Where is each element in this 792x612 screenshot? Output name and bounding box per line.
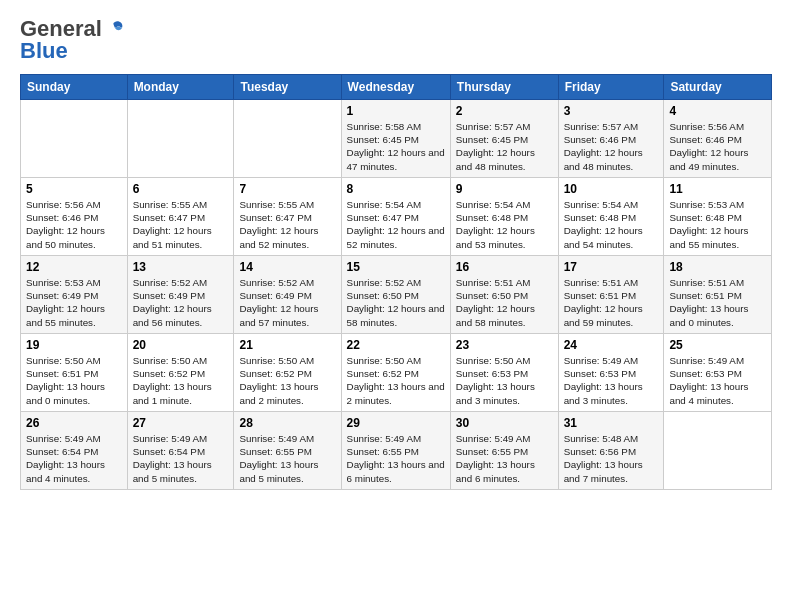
calendar-cell: 3Sunrise: 5:57 AM Sunset: 6:46 PM Daylig… — [558, 100, 664, 178]
day-number: 14 — [239, 260, 335, 274]
day-info: Sunrise: 5:49 AM Sunset: 6:55 PM Dayligh… — [239, 432, 335, 485]
calendar-header-friday: Friday — [558, 75, 664, 100]
day-number: 9 — [456, 182, 553, 196]
day-number: 19 — [26, 338, 122, 352]
header: General Blue — [20, 16, 772, 64]
calendar-header-thursday: Thursday — [450, 75, 558, 100]
day-info: Sunrise: 5:50 AM Sunset: 6:51 PM Dayligh… — [26, 354, 122, 407]
calendar-week-row: 12Sunrise: 5:53 AM Sunset: 6:49 PM Dayli… — [21, 256, 772, 334]
calendar-header-monday: Monday — [127, 75, 234, 100]
day-info: Sunrise: 5:55 AM Sunset: 6:47 PM Dayligh… — [239, 198, 335, 251]
calendar-week-row: 5Sunrise: 5:56 AM Sunset: 6:46 PM Daylig… — [21, 178, 772, 256]
day-number: 29 — [347, 416, 445, 430]
calendar-table: SundayMondayTuesdayWednesdayThursdayFrid… — [20, 74, 772, 490]
page: General Blue SundayMondayTuesdayWednesda… — [0, 0, 792, 612]
calendar-cell: 2Sunrise: 5:57 AM Sunset: 6:45 PM Daylig… — [450, 100, 558, 178]
calendar-header-row: SundayMondayTuesdayWednesdayThursdayFrid… — [21, 75, 772, 100]
day-info: Sunrise: 5:57 AM Sunset: 6:46 PM Dayligh… — [564, 120, 659, 173]
day-info: Sunrise: 5:50 AM Sunset: 6:53 PM Dayligh… — [456, 354, 553, 407]
day-number: 28 — [239, 416, 335, 430]
calendar-cell: 27Sunrise: 5:49 AM Sunset: 6:54 PM Dayli… — [127, 412, 234, 490]
calendar-cell: 21Sunrise: 5:50 AM Sunset: 6:52 PM Dayli… — [234, 334, 341, 412]
day-number: 2 — [456, 104, 553, 118]
calendar-cell: 1Sunrise: 5:58 AM Sunset: 6:45 PM Daylig… — [341, 100, 450, 178]
day-info: Sunrise: 5:50 AM Sunset: 6:52 PM Dayligh… — [133, 354, 229, 407]
day-info: Sunrise: 5:52 AM Sunset: 6:50 PM Dayligh… — [347, 276, 445, 329]
calendar-cell: 7Sunrise: 5:55 AM Sunset: 6:47 PM Daylig… — [234, 178, 341, 256]
calendar-cell: 25Sunrise: 5:49 AM Sunset: 6:53 PM Dayli… — [664, 334, 772, 412]
calendar-header-saturday: Saturday — [664, 75, 772, 100]
calendar-cell — [664, 412, 772, 490]
day-info: Sunrise: 5:57 AM Sunset: 6:45 PM Dayligh… — [456, 120, 553, 173]
day-info: Sunrise: 5:49 AM Sunset: 6:55 PM Dayligh… — [456, 432, 553, 485]
calendar-cell: 9Sunrise: 5:54 AM Sunset: 6:48 PM Daylig… — [450, 178, 558, 256]
day-info: Sunrise: 5:49 AM Sunset: 6:54 PM Dayligh… — [26, 432, 122, 485]
day-info: Sunrise: 5:52 AM Sunset: 6:49 PM Dayligh… — [239, 276, 335, 329]
calendar-cell — [21, 100, 128, 178]
day-info: Sunrise: 5:53 AM Sunset: 6:49 PM Dayligh… — [26, 276, 122, 329]
day-info: Sunrise: 5:51 AM Sunset: 6:51 PM Dayligh… — [669, 276, 766, 329]
day-number: 11 — [669, 182, 766, 196]
calendar-cell: 19Sunrise: 5:50 AM Sunset: 6:51 PM Dayli… — [21, 334, 128, 412]
day-info: Sunrise: 5:50 AM Sunset: 6:52 PM Dayligh… — [347, 354, 445, 407]
day-number: 25 — [669, 338, 766, 352]
calendar-cell: 15Sunrise: 5:52 AM Sunset: 6:50 PM Dayli… — [341, 256, 450, 334]
day-info: Sunrise: 5:48 AM Sunset: 6:56 PM Dayligh… — [564, 432, 659, 485]
day-number: 13 — [133, 260, 229, 274]
calendar-cell: 24Sunrise: 5:49 AM Sunset: 6:53 PM Dayli… — [558, 334, 664, 412]
day-number: 7 — [239, 182, 335, 196]
calendar-cell: 20Sunrise: 5:50 AM Sunset: 6:52 PM Dayli… — [127, 334, 234, 412]
day-info: Sunrise: 5:58 AM Sunset: 6:45 PM Dayligh… — [347, 120, 445, 173]
day-info: Sunrise: 5:49 AM Sunset: 6:54 PM Dayligh… — [133, 432, 229, 485]
day-number: 5 — [26, 182, 122, 196]
calendar-cell: 18Sunrise: 5:51 AM Sunset: 6:51 PM Dayli… — [664, 256, 772, 334]
calendar-cell: 4Sunrise: 5:56 AM Sunset: 6:46 PM Daylig… — [664, 100, 772, 178]
day-info: Sunrise: 5:55 AM Sunset: 6:47 PM Dayligh… — [133, 198, 229, 251]
day-number: 27 — [133, 416, 229, 430]
calendar-cell: 26Sunrise: 5:49 AM Sunset: 6:54 PM Dayli… — [21, 412, 128, 490]
day-number: 21 — [239, 338, 335, 352]
calendar-cell — [127, 100, 234, 178]
day-number: 26 — [26, 416, 122, 430]
calendar-cell: 29Sunrise: 5:49 AM Sunset: 6:55 PM Dayli… — [341, 412, 450, 490]
calendar-cell: 10Sunrise: 5:54 AM Sunset: 6:48 PM Dayli… — [558, 178, 664, 256]
calendar-cell: 28Sunrise: 5:49 AM Sunset: 6:55 PM Dayli… — [234, 412, 341, 490]
calendar-week-row: 26Sunrise: 5:49 AM Sunset: 6:54 PM Dayli… — [21, 412, 772, 490]
calendar-week-row: 1Sunrise: 5:58 AM Sunset: 6:45 PM Daylig… — [21, 100, 772, 178]
logo-bird-icon — [104, 18, 126, 40]
day-number: 30 — [456, 416, 553, 430]
calendar-cell: 8Sunrise: 5:54 AM Sunset: 6:47 PM Daylig… — [341, 178, 450, 256]
day-number: 10 — [564, 182, 659, 196]
day-number: 20 — [133, 338, 229, 352]
calendar-cell: 31Sunrise: 5:48 AM Sunset: 6:56 PM Dayli… — [558, 412, 664, 490]
calendar-cell: 11Sunrise: 5:53 AM Sunset: 6:48 PM Dayli… — [664, 178, 772, 256]
day-number: 31 — [564, 416, 659, 430]
day-number: 6 — [133, 182, 229, 196]
day-number: 4 — [669, 104, 766, 118]
day-info: Sunrise: 5:53 AM Sunset: 6:48 PM Dayligh… — [669, 198, 766, 251]
day-info: Sunrise: 5:52 AM Sunset: 6:49 PM Dayligh… — [133, 276, 229, 329]
day-number: 3 — [564, 104, 659, 118]
calendar-cell: 14Sunrise: 5:52 AM Sunset: 6:49 PM Dayli… — [234, 256, 341, 334]
calendar-cell: 22Sunrise: 5:50 AM Sunset: 6:52 PM Dayli… — [341, 334, 450, 412]
day-info: Sunrise: 5:50 AM Sunset: 6:52 PM Dayligh… — [239, 354, 335, 407]
day-number: 15 — [347, 260, 445, 274]
calendar-cell: 30Sunrise: 5:49 AM Sunset: 6:55 PM Dayli… — [450, 412, 558, 490]
day-number: 18 — [669, 260, 766, 274]
day-info: Sunrise: 5:51 AM Sunset: 6:51 PM Dayligh… — [564, 276, 659, 329]
day-info: Sunrise: 5:56 AM Sunset: 6:46 PM Dayligh… — [26, 198, 122, 251]
day-info: Sunrise: 5:56 AM Sunset: 6:46 PM Dayligh… — [669, 120, 766, 173]
day-number: 22 — [347, 338, 445, 352]
day-info: Sunrise: 5:49 AM Sunset: 6:53 PM Dayligh… — [669, 354, 766, 407]
calendar-cell: 5Sunrise: 5:56 AM Sunset: 6:46 PM Daylig… — [21, 178, 128, 256]
day-number: 24 — [564, 338, 659, 352]
day-info: Sunrise: 5:54 AM Sunset: 6:48 PM Dayligh… — [564, 198, 659, 251]
calendar-header-sunday: Sunday — [21, 75, 128, 100]
day-info: Sunrise: 5:49 AM Sunset: 6:55 PM Dayligh… — [347, 432, 445, 485]
day-info: Sunrise: 5:51 AM Sunset: 6:50 PM Dayligh… — [456, 276, 553, 329]
day-number: 16 — [456, 260, 553, 274]
calendar-header-tuesday: Tuesday — [234, 75, 341, 100]
day-number: 23 — [456, 338, 553, 352]
day-number: 12 — [26, 260, 122, 274]
calendar-cell: 23Sunrise: 5:50 AM Sunset: 6:53 PM Dayli… — [450, 334, 558, 412]
